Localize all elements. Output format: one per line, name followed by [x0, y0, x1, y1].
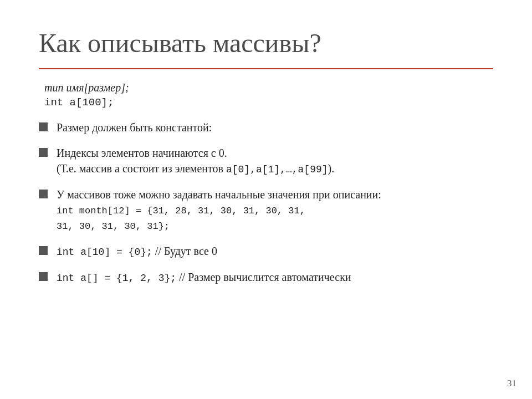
bullet-item-2: Индексы элементов начинаются с 0. (Т.е. … [39, 145, 493, 177]
bullet-text-5: int a[] = {1, 2, 3}; // Размер вычислитс… [57, 269, 493, 285]
bullet-icon-5 [39, 272, 48, 281]
divider [39, 68, 493, 69]
bullet-icon-4 [39, 246, 48, 255]
bullet-2-line2: (Т.е. массив a состоит из элементов a[0]… [57, 162, 334, 175]
bullet-4-comment: // Будут все 0 [155, 245, 217, 257]
bullet-icon-3 [39, 190, 48, 198]
bullet-3-code2: 31, 30, 31, 30, 31}; [57, 220, 493, 233]
syntax-line1: тип имя[размер]; [44, 81, 493, 94]
syntax-line2: int a[100]; [44, 96, 493, 109]
slide-title: Как описывать массивы? [39, 28, 493, 58]
bullet-item-3: У массивов тоже можно задавать начальные… [39, 187, 493, 233]
syntax-block: тип имя[размер]; int a[100]; [39, 81, 493, 109]
bullet-3-text: У массивов тоже можно задавать начальные… [57, 188, 381, 201]
bullet-text-4: int a[10] = {0}; // Будут все 0 [57, 243, 493, 259]
bullet-icon-1 [39, 122, 48, 131]
bullet-item-4: int a[10] = {0}; // Будут все 0 [39, 243, 493, 259]
bullet-item-5: int a[] = {1, 2, 3}; // Размер вычислитс… [39, 269, 493, 285]
page-number: 31 [507, 378, 516, 389]
bullet-text-2: Индексы элементов начинаются с 0. (Т.е. … [57, 145, 493, 177]
bullet-icon-2 [39, 148, 48, 157]
bullet-5-code: int a[] = {1, 2, 3}; [57, 273, 176, 284]
bullet-4-code: int a[10] = {0}; [57, 247, 152, 258]
slide: Как описывать массивы? тип имя[размер]; … [0, 0, 532, 399]
bullet-2-line1: Индексы элементов начинаются с 0. [57, 147, 227, 159]
bullet-3-code1: int month[12] = {31, 28, 31, 30, 31, 30,… [57, 204, 493, 218]
bullet-2-code: a[0],a[1],…,a[99] [226, 164, 328, 175]
bullet-item-1: Размер должен быть константой: [39, 120, 493, 135]
bullet-text-1: Размер должен быть константой: [57, 120, 493, 135]
bullet-text-3: У массивов тоже можно задавать начальные… [57, 187, 493, 233]
bullet-5-comment: // Размер вычислится автоматически [179, 271, 351, 283]
bullet-list: Размер должен быть константой: Индексы э… [39, 120, 493, 285]
